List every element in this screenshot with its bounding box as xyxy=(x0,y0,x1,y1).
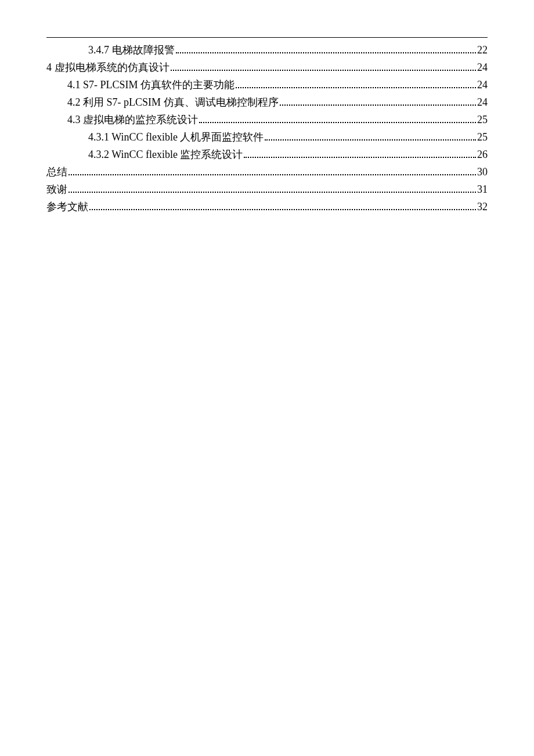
toc-entry: 4.3.1 WinCC flexible 人机界面监控软件25 xyxy=(46,132,488,143)
toc-entry-page: 31 xyxy=(477,184,488,195)
toc-leader-dots xyxy=(265,134,476,141)
toc-entry-page: 26 xyxy=(477,149,488,160)
header-rule xyxy=(46,37,488,38)
toc-leader-dots xyxy=(176,46,477,53)
toc-leader-dots xyxy=(199,116,476,123)
toc-leader-dots xyxy=(244,151,476,158)
toc-entry: 总结30 xyxy=(46,167,488,178)
toc-leader-dots xyxy=(236,81,476,88)
document-page: 3.4.7 电梯故障报警224 虚拟电梯系统的仿真设计244.1 S7- PLC… xyxy=(0,0,534,265)
toc-entry-title: 参考文献 xyxy=(46,201,88,212)
toc-entry: 致谢31 xyxy=(46,184,488,195)
toc-entry-title: 致谢 xyxy=(46,184,67,195)
toc-entry-page: 24 xyxy=(477,80,488,90)
toc-leader-dots xyxy=(89,203,476,210)
toc-entry: 4.1 S7- PLCSIM 仿真软件的主要功能24 xyxy=(46,80,488,91)
toc-entry: 4.3.2 WinCC flexible 监控系统设计26 xyxy=(46,149,488,160)
toc-entry-title: 4.3.1 WinCC flexible 人机界面监控软件 xyxy=(88,132,264,142)
toc-entry: 4.3 虚拟电梯的监控系统设计25 xyxy=(46,114,488,125)
toc-entry: 4 虚拟电梯系统的仿真设计24 xyxy=(46,62,488,73)
toc-leader-dots xyxy=(171,64,477,71)
toc-entry-page: 24 xyxy=(477,62,488,73)
toc-entry: 4.2 利用 S7- pLCSIM 仿真、调试电梯控制程序24 xyxy=(46,97,488,108)
toc-entry-title: 4.2 利用 S7- pLCSIM 仿真、调试电梯控制程序 xyxy=(67,97,279,107)
table-of-contents: 3.4.7 电梯故障报警224 虚拟电梯系统的仿真设计244.1 S7- PLC… xyxy=(46,45,488,213)
toc-entry-title: 总结 xyxy=(46,167,67,177)
toc-entry-title: 4.1 S7- PLCSIM 仿真软件的主要功能 xyxy=(67,80,234,90)
toc-entry-page: 24 xyxy=(477,97,488,107)
toc-entry-title: 4 虚拟电梯系统的仿真设计 xyxy=(46,62,169,73)
toc-leader-dots xyxy=(280,99,476,106)
toc-entry-page: 25 xyxy=(477,132,488,142)
toc-entry-page: 32 xyxy=(477,201,488,212)
toc-leader-dots xyxy=(68,186,476,193)
toc-entry: 3.4.7 电梯故障报警22 xyxy=(46,45,488,56)
toc-entry-page: 22 xyxy=(477,45,488,55)
toc-entry-title: 4.3.2 WinCC flexible 监控系统设计 xyxy=(88,149,243,160)
toc-entry-title: 3.4.7 电梯故障报警 xyxy=(88,45,175,55)
toc-entry-title: 4.3 虚拟电梯的监控系统设计 xyxy=(67,114,198,125)
toc-entry-page: 30 xyxy=(477,167,488,177)
toc-leader-dots xyxy=(68,168,476,175)
toc-entry-page: 25 xyxy=(477,114,488,125)
toc-entry: 参考文献32 xyxy=(46,201,488,213)
